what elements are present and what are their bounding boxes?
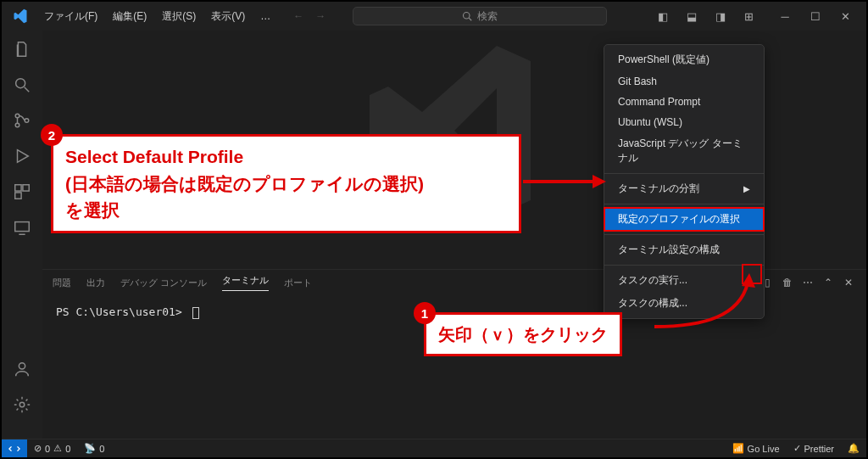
menu-view[interactable]: 表示(V) (204, 6, 252, 27)
dropdown-item[interactable]: Command Prompt (604, 92, 764, 112)
window-maximize-icon[interactable]: ☐ (800, 10, 831, 23)
status-problems[interactable]: ⊘0 ⚠0 (27, 443, 77, 454)
broadcast-icon: 📶 (732, 443, 744, 454)
panel-tab-problems[interactable]: 問題 (53, 277, 71, 289)
status-ports[interactable]: 📡0 (77, 443, 111, 454)
svg-point-0 (463, 13, 470, 20)
svg-rect-10 (15, 222, 30, 232)
dropdown-item[interactable]: ターミナル設定の構成 (604, 238, 764, 261)
dropdown-item[interactable]: JavaScript デバッグ ターミナル (604, 132, 764, 170)
annotation-badge-2: 2 (41, 124, 63, 146)
source-control-icon[interactable] (12, 110, 32, 131)
panel-tab-terminal[interactable]: ターミナル (222, 274, 269, 291)
layout-sidebar-right-icon[interactable]: ◨ (707, 10, 734, 23)
svg-point-12 (19, 363, 25, 369)
terminal-cursor (192, 307, 199, 319)
svg-marker-16 (593, 175, 606, 188)
check-icon: ✓ (793, 443, 801, 454)
svg-point-4 (15, 114, 19, 118)
terminal-prompt: PS C:\Users\user01> (56, 305, 182, 318)
chevron-right-icon: ▶ (743, 184, 750, 193)
terminal-more-icon[interactable]: ⋯ (800, 277, 815, 288)
dropdown-item[interactable]: 既定のプロファイルの選択 (604, 208, 764, 231)
svg-rect-7 (15, 185, 21, 191)
svg-line-3 (25, 87, 30, 92)
annotation-box-1: 矢印（ｖ）をクリック (424, 312, 622, 356)
error-icon: ⊘ (34, 443, 42, 454)
dropdown-separator (604, 234, 764, 235)
remote-indicator-icon[interactable] (2, 439, 27, 457)
antenna-icon: 📡 (84, 443, 96, 454)
dropdown-item-label: JavaScript デバッグ ターミナル (618, 137, 750, 165)
dropdown-item-label: PowerShell (既定値) (618, 53, 709, 67)
explorer-icon[interactable] (12, 39, 32, 59)
run-debug-icon[interactable] (12, 146, 32, 166)
annotation-arrow-2 (523, 173, 606, 190)
dropdown-item-label: ターミナルの分割 (618, 182, 699, 196)
layout-sidebar-left-icon[interactable]: ◧ (649, 10, 676, 23)
panel-tab-ports[interactable]: ポート (284, 277, 312, 289)
dropdown-item[interactable]: ターミナルの分割▶ (604, 177, 764, 200)
svg-line-1 (469, 18, 471, 20)
settings-gear-icon[interactable] (12, 395, 32, 415)
panel-maximize-icon[interactable]: ⌃ (821, 277, 836, 288)
menu-file[interactable]: ファイル(F) (37, 6, 104, 27)
status-notifications-icon[interactable]: 🔔 (841, 443, 866, 454)
menu-selection[interactable]: 選択(S) (155, 6, 203, 27)
status-prettier[interactable]: ✓Prettier (787, 443, 841, 454)
command-center-search[interactable]: 検索 (353, 7, 607, 25)
annotation-box-2: Select Default Profile (日本語の場合は既定のプロファイル… (51, 134, 521, 233)
layout-customize-icon[interactable]: ⊞ (736, 10, 763, 23)
nav-back-icon[interactable]: ← (289, 10, 308, 22)
svg-rect-8 (23, 185, 29, 191)
dropdown-item[interactable]: Git Bash (604, 71, 764, 92)
dropdown-item[interactable]: Ubuntu (WSL) (604, 112, 764, 132)
warning-icon: ⚠ (53, 443, 62, 454)
layout-panel-icon[interactable]: ⬓ (678, 10, 705, 23)
window-close-icon[interactable]: ✕ (831, 10, 861, 23)
status-bar: ⊘0 ⚠0 📡0 📶Go Live ✓Prettier 🔔 (2, 439, 866, 457)
dropdown-item[interactable]: PowerShell (既定値) (604, 48, 764, 71)
svg-point-2 (16, 79, 25, 88)
panel-tab-output[interactable]: 出力 (86, 277, 105, 289)
menu-edit[interactable]: 編集(E) (106, 6, 153, 27)
account-icon[interactable] (12, 359, 32, 379)
dropdown-item-label: ターミナル設定の構成 (618, 243, 720, 257)
nav-forward-icon[interactable]: → (311, 10, 330, 22)
dropdown-separator (604, 173, 764, 174)
dropdown-separator (604, 204, 764, 204)
window-minimize-icon[interactable]: ─ (770, 10, 800, 23)
search-placeholder: 検索 (477, 9, 498, 24)
dropdown-item-label: Command Prompt (618, 96, 700, 108)
dropdown-item-label: Ubuntu (WSL) (618, 116, 682, 128)
status-go-live[interactable]: 📶Go Live (726, 443, 787, 454)
svg-point-5 (15, 123, 19, 127)
extensions-icon[interactable] (12, 182, 32, 202)
remote-explorer-icon[interactable] (12, 217, 32, 238)
annotation-highlight-chevron (743, 266, 760, 283)
dropdown-item-label: 既定のプロファイルの選択 (618, 212, 740, 227)
panel-tab-debug-console[interactable]: デバッグ コンソール (120, 277, 207, 289)
title-bar: ファイル(F) 編集(E) 選択(S) 表示(V) … ← → 検索 ◧ ⬓ ◨… (2, 2, 866, 31)
activity-bar (2, 31, 42, 439)
vscode-logo-icon (12, 8, 29, 25)
svg-point-13 (19, 402, 25, 407)
dropdown-item-label: Git Bash (618, 76, 657, 87)
svg-point-6 (25, 119, 29, 123)
annotation-badge-1: 1 (414, 302, 436, 324)
terminal-kill-icon[interactable]: 🗑 (780, 277, 795, 288)
dropdown-separator (604, 265, 764, 266)
svg-rect-9 (15, 193, 21, 199)
menu-overflow[interactable]: … (253, 7, 277, 25)
search-icon[interactable] (12, 75, 32, 95)
panel-close-icon[interactable]: ✕ (841, 277, 856, 288)
